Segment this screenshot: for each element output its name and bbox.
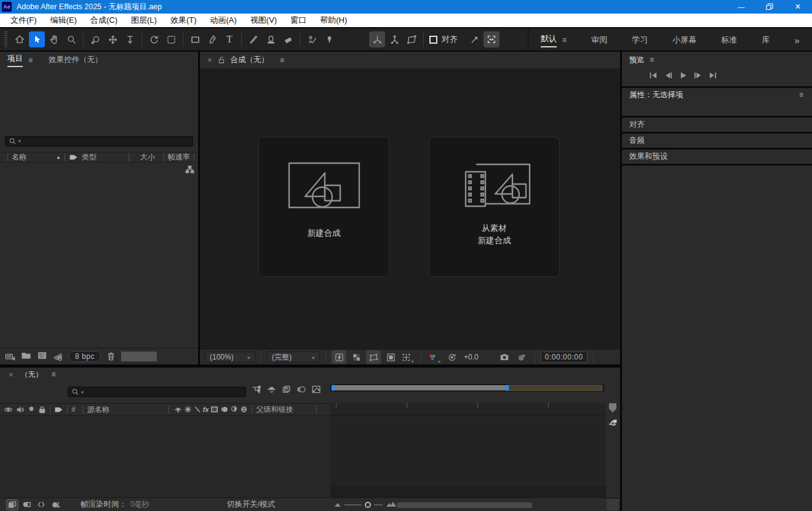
workspace-tab-learn[interactable]: 学习 <box>632 34 648 46</box>
new-comp-from-footage-card[interactable]: 从素材 新建合成 <box>429 137 560 277</box>
project-panel-menu-icon[interactable]: ≡ <box>28 56 33 65</box>
zoom-slider-knob[interactable] <box>365 502 371 508</box>
zoom-slider-track-left[interactable] <box>344 504 362 505</box>
snap-features-icon[interactable] <box>484 31 500 47</box>
column-parent-link[interactable]: 父级和链接 <box>256 404 293 415</box>
new-composition-card[interactable]: 新建合成 <box>258 137 389 277</box>
pan-camera-tool-icon[interactable] <box>105 31 121 47</box>
time-ruler[interactable] <box>330 403 606 416</box>
tab-effect-controls[interactable]: 效果控件（无） <box>49 55 103 65</box>
clone-stamp-tool-icon[interactable] <box>263 31 279 47</box>
rectangle-tool-icon[interactable] <box>187 31 203 47</box>
new-composition-icon[interactable] <box>37 351 47 362</box>
workspace-menu-icon[interactable]: ≡ <box>562 36 567 44</box>
work-area-bar[interactable] <box>335 385 506 390</box>
orbit-camera-tool-icon[interactable] <box>87 31 103 47</box>
puppet-pin-tool-icon[interactable] <box>321 31 337 47</box>
grid-guide-options-icon[interactable]: ∨ <box>400 350 415 364</box>
type-tool-icon[interactable]: T <box>221 31 237 47</box>
column-name[interactable]: 名称 <box>12 152 26 163</box>
shy-layers-icon[interactable] <box>266 385 277 394</box>
comp-mini-flowchart-icon[interactable] <box>251 385 261 394</box>
column-type[interactable]: 类型 <box>82 152 97 163</box>
zoom-tool-icon[interactable] <box>63 31 79 47</box>
column-source-name[interactable]: 源名称 <box>87 404 109 415</box>
align-panel-header[interactable]: 对齐 <box>622 118 812 132</box>
audio-icon[interactable] <box>16 406 25 414</box>
audio-panel-header[interactable]: 音频 <box>622 134 812 148</box>
region-of-interest-icon[interactable] <box>383 350 398 364</box>
world-axis-mode-icon[interactable] <box>386 31 402 47</box>
timeline-tab-title[interactable]: （无） <box>21 369 43 380</box>
workspace-overflow-icon[interactable]: » <box>795 35 800 46</box>
menu-layer[interactable]: 图层(L) <box>124 14 164 27</box>
comp-marker-bin-icon[interactable] <box>608 403 618 415</box>
comp-button-icon[interactable] <box>608 417 618 427</box>
selection-tool-icon[interactable] <box>29 31 45 47</box>
exposure-value[interactable]: +0.0 <box>464 353 479 361</box>
search-chevron-icon[interactable]: ∨ <box>81 390 84 394</box>
menu-composition[interactable]: 合成(C) <box>84 14 124 27</box>
transparency-grid-icon[interactable] <box>349 350 364 364</box>
workspace-tab-default[interactable]: 默认≡ <box>541 33 567 47</box>
channel-settings-icon[interactable]: ∨ <box>427 350 442 364</box>
expand-layer-switches-icon[interactable] <box>6 499 18 510</box>
dolly-camera-tool-icon[interactable] <box>122 31 138 47</box>
frame-blend-switch-icon[interactable] <box>210 406 218 413</box>
tab-preview[interactable]: 预览 <box>629 55 644 65</box>
menu-help[interactable]: 帮助(H) <box>313 14 354 27</box>
restore-button[interactable] <box>755 0 784 14</box>
next-frame-button[interactable] <box>693 71 703 81</box>
preview-panel-menu-icon[interactable]: ≡ <box>650 55 654 64</box>
menu-window[interactable]: 窗口 <box>284 14 313 27</box>
workspace-tab-review[interactable]: 审阅 <box>591 34 607 46</box>
zoom-out-mountain-icon[interactable] <box>334 501 341 509</box>
panel-grip[interactable] <box>4 31 7 47</box>
label-column-icon[interactable] <box>69 153 78 161</box>
frame-blending-icon[interactable] <box>282 385 292 394</box>
menu-file[interactable]: 文件(F) <box>4 14 44 27</box>
new-folder-icon[interactable] <box>21 351 31 362</box>
panel-close-icon[interactable]: × <box>207 55 212 65</box>
solo-icon[interactable] <box>28 405 35 414</box>
shy-switch-icon[interactable] <box>174 406 182 413</box>
composition-panel-menu-icon[interactable]: ≡ <box>280 56 284 65</box>
snap-toggle[interactable]: 对齐 <box>429 34 458 45</box>
3d-layer-icon[interactable] <box>240 406 248 413</box>
color-settings-icon[interactable] <box>53 352 63 361</box>
quality-icon[interactable] <box>194 406 201 413</box>
show-snapshot-icon[interactable] <box>514 350 529 364</box>
minimize-button[interactable]: — <box>727 0 755 14</box>
camera-tool-icon[interactable] <box>163 31 179 47</box>
first-frame-button[interactable] <box>649 71 658 81</box>
bit-depth-button[interactable]: 8 bpc <box>69 351 101 362</box>
expand-in-out-icon[interactable] <box>37 501 46 509</box>
fast-previews-icon[interactable] <box>332 350 346 364</box>
local-axis-mode-icon[interactable] <box>369 31 385 47</box>
view-axis-mode-icon[interactable] <box>404 31 420 47</box>
expand-transfer-controls-icon[interactable] <box>22 501 31 509</box>
graph-editor-icon[interactable] <box>311 385 321 394</box>
roto-brush-tool-icon[interactable] <box>304 31 320 47</box>
resolution-dropdown[interactable]: (完整)∨ <box>267 352 320 363</box>
panel-close-icon[interactable]: × <box>9 370 14 379</box>
snap-checkbox[interactable] <box>429 36 437 44</box>
tab-project[interactable]: 项目 <box>7 54 23 67</box>
toggle-switches-label[interactable]: 切换开关/模式 <box>227 499 275 510</box>
unlock-icon[interactable] <box>218 56 225 64</box>
workspace-tab-standard[interactable]: 标准 <box>721 34 737 46</box>
label-column-icon[interactable] <box>54 406 63 414</box>
magnification-dropdown[interactable]: (100%)∨ <box>205 352 255 363</box>
take-snapshot-icon[interactable] <box>497 350 512 364</box>
adjustment-layer-icon[interactable] <box>230 405 238 414</box>
horizontal-scrollbar[interactable] <box>397 502 532 508</box>
zoom-slider-track-right[interactable] <box>374 504 383 505</box>
timeline-search-input[interactable]: ∨ <box>68 387 246 397</box>
column-frame-rate[interactable]: 帧速率 <box>168 152 190 163</box>
sort-asc-icon[interactable]: ▲ <box>56 155 61 160</box>
search-chevron-icon[interactable]: ∨ <box>18 139 22 143</box>
column-size[interactable]: 大小 <box>140 152 155 163</box>
layer-list-area[interactable] <box>0 416 330 497</box>
column-number[interactable]: # <box>71 405 76 414</box>
home-icon[interactable] <box>12 31 28 47</box>
